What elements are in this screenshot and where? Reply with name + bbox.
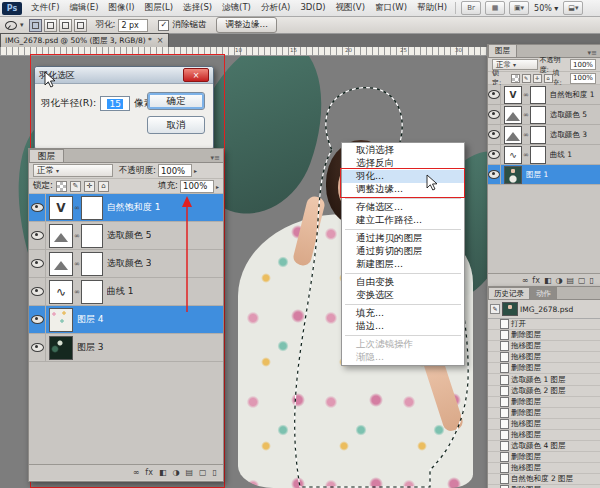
tab-history[interactable]: 历史记录 [488,287,530,299]
context-menu-item-13[interactable]: 变换选区 [342,289,464,302]
eye-cell[interactable] [488,165,501,184]
screen-mode-icon[interactable]: ⬓▾ [563,1,583,15]
zoom-level-dropdown[interactable]: 50% ▾ [534,4,558,13]
ok-button[interactable]: 确定 [147,92,205,110]
eye-cell[interactable] [488,125,501,144]
lock-transparency-icon[interactable] [511,74,520,83]
selection-intersect-icon[interactable] [74,19,87,32]
eye-cell[interactable] [488,105,501,124]
feather-input[interactable]: 2 px [118,19,148,32]
context-menu-item-0[interactable]: 取消选择 [342,144,464,157]
context-menu-item-9[interactable]: 通过剪切的图层 [342,245,464,258]
history-entry-8[interactable]: 删除图层 [488,408,600,419]
tab-layers[interactable]: 图层 [29,149,64,162]
lock-pixels-icon[interactable]: ✎ [522,74,531,83]
new-layer-icon[interactable]: ▢ [199,469,207,477]
menubar-item-3[interactable]: 图层(L) [140,1,178,15]
blend-mode-dropdown[interactable]: 正常▾ [33,164,113,177]
menubar-item-9[interactable]: 窗口(W) [370,1,412,15]
eye-cell[interactable] [29,250,46,277]
menubar-item-8[interactable]: 视图(V) [331,1,370,15]
eye-cell[interactable] [29,306,46,333]
menubar-item-5[interactable]: 滤镜(T) [217,1,256,15]
menubar-item-10[interactable]: 帮助(H) [412,1,452,15]
new-layer-icon[interactable]: ▢ [578,277,586,285]
context-menu-item-6[interactable]: 建立工作路径... [342,214,464,227]
layer-row-curves[interactable]: ∿∞曲线 1 [29,278,223,306]
layer-row-pixel-dark[interactable]: 图层 3 [29,334,223,362]
history-entry-3[interactable]: 拖移图层 [488,352,600,363]
feather-radius-input[interactable]: 15 [100,96,130,111]
layer-row-selective[interactable]: ∞选取颜色 3 [488,125,600,145]
mask-icon[interactable]: ◧ [544,277,552,285]
antialias-checkbox[interactable]: ✓ [158,20,169,31]
eye-cell[interactable] [488,145,501,164]
mask-icon[interactable]: ◧ [159,469,167,477]
eye-icon[interactable] [488,150,500,159]
context-menu-item-5[interactable]: 存储选区... [342,201,464,214]
history-entry-7[interactable]: 删除图层 [488,397,600,408]
bridge-launch-icon[interactable]: Br [461,1,481,15]
arrange-documents-icon[interactable]: ▣▾ [509,1,529,15]
context-menu-item-10[interactable]: 新建图层... [342,258,464,271]
delete-icon[interactable]: ▯ [590,277,594,285]
eye-icon[interactable] [31,259,44,268]
tab-close-icon[interactable]: × [157,36,164,45]
history-entry-13[interactable]: 拖移图层 [488,463,600,474]
fill-value[interactable]: 100% [570,73,596,84]
menubar-item-7[interactable]: 3D(D) [295,1,330,15]
lock-pixels-icon[interactable]: ✎ [70,181,81,192]
selection-new-icon[interactable] [29,19,42,32]
layer-row-curves[interactable]: ∿∞曲线 1 [488,145,600,165]
lock-position-icon[interactable]: ✛ [533,74,542,83]
lock-all-icon[interactable]: ⌂ [98,181,109,192]
history-entry-6[interactable]: 选取颜色 2 图层 [488,386,600,397]
eye-cell[interactable] [29,278,46,305]
layer-row-selective[interactable]: ∞选取颜色 5 [488,105,600,125]
lasso-tool-icon[interactable] [4,20,18,31]
context-menu-item-15[interactable]: 填充... [342,307,464,320]
context-menu-item-16[interactable]: 描边... [342,320,464,333]
feather-dialog-titlebar[interactable]: 羽化选区 × [35,67,213,84]
history-entry-14[interactable]: 自然饱和度 2 图层 [488,474,600,485]
history-entry-1[interactable]: 删除图层 [488,330,600,341]
group-icon[interactable]: ▤ [185,469,193,477]
eye-icon[interactable] [31,203,44,212]
layer-row-vibrance[interactable]: V∞自然饱和度 1 [488,85,600,105]
panel-menu-icon[interactable]: ▾≡ [211,154,220,162]
refine-edge-button[interactable]: 调整边缘… [216,17,277,33]
context-menu-item-3[interactable]: 调整边缘... [342,183,464,196]
context-menu-item-1[interactable]: 选择反向 [342,157,464,170]
layer-row-selective[interactable]: ∞选取颜色 5 [29,222,223,250]
eye-icon[interactable] [31,231,44,240]
tab-actions[interactable]: 动作 [530,287,557,299]
fill-value[interactable]: 100% [180,180,214,193]
menubar-item-1[interactable]: 编辑(E) [65,1,104,15]
adjustment-icon[interactable]: ◑ [555,277,562,285]
document-tab[interactable]: IMG_2678.psd @ 50% (图层 3, RGB/8) * × [0,33,169,47]
eye-icon[interactable] [31,287,44,296]
layer-row-selective[interactable]: ∞选取颜色 3 [29,250,223,278]
history-entry-4[interactable]: 删除图层 [488,363,600,374]
eye-cell[interactable] [29,334,46,361]
selection-add-icon[interactable] [44,19,57,32]
eye-icon[interactable] [488,110,500,119]
history-brush-source-icon[interactable]: ✎ [490,304,500,314]
history-snapshot-row[interactable]: ✎ IMG_2678.psd [488,300,600,319]
history-entry-5[interactable]: 选取颜色 1 图层 [488,374,600,385]
menubar-item-0[interactable]: 文件(F) [26,1,65,15]
link-icon[interactable]: ∞ [133,469,140,477]
eye-icon[interactable] [488,130,500,139]
dialog-close-icon[interactable]: × [183,68,209,82]
lock-position-icon[interactable]: ✛ [84,181,95,192]
delete-icon[interactable]: ▯ [213,469,217,477]
layer-row-pixel-light[interactable]: 图层 4 [29,306,223,334]
context-menu-item-2[interactable]: 羽化... [342,170,464,183]
eye-icon[interactable] [31,315,44,324]
eye-icon[interactable] [31,343,44,352]
layer-row-vibrance[interactable]: V∞自然饱和度 1 [29,194,223,222]
history-entry-9[interactable]: 拖移图层 [488,419,600,430]
history-entry-2[interactable]: 拖移图层 [488,341,600,352]
history-entry-0[interactable]: 打开 [488,319,600,330]
adjustment-icon[interactable]: ◑ [172,469,179,477]
